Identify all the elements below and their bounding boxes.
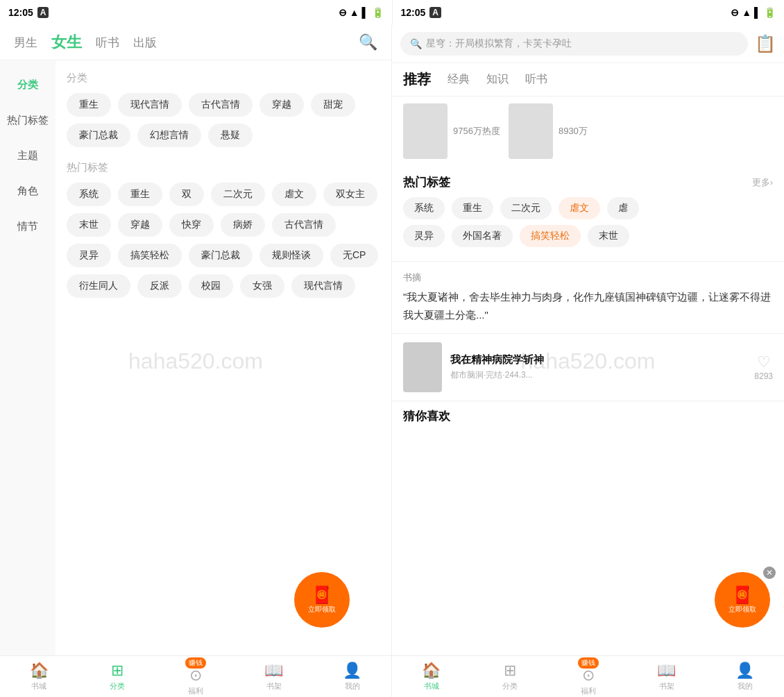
shelf-icon-left: 📖: [264, 662, 283, 680]
right-hot-tag-apocalypse[interactable]: 末世: [588, 225, 629, 247]
nav-item-male[interactable]: 男生: [14, 35, 37, 51]
hot-tags-header: 热门标签 更多›: [403, 174, 773, 190]
right-hot-tag-sad[interactable]: 虐文: [559, 197, 600, 219]
hot-tag-nocp[interactable]: 无CP: [330, 244, 378, 267]
left-sidebar: 分类 热门标签 主题 角色 情节: [0, 60, 56, 655]
hot-tag-funny[interactable]: 搞笑轻松: [118, 244, 182, 267]
bottom-nav-shelf-right[interactable]: 📖 书架: [627, 656, 706, 697]
sidebar-item-role[interactable]: 角色: [0, 174, 56, 209]
search-icon[interactable]: 🔍: [359, 33, 377, 51]
bottom-nav-bookstore-left[interactable]: 🏠 书城: [0, 656, 78, 697]
hot-tag-campus[interactable]: 校园: [189, 274, 233, 298]
bottom-nav-welfare-right[interactable]: 赚钱 ⊙ 福利: [549, 656, 627, 697]
nav-item-publish[interactable]: 出版: [133, 35, 157, 51]
tag-modern-romance[interactable]: 现代言情: [118, 93, 182, 117]
close-button-right[interactable]: ✕: [763, 566, 776, 579]
shelf-icon-right: 📖: [657, 662, 676, 680]
hot-tag-strong-female[interactable]: 女强: [240, 274, 284, 298]
quote-text: "我大夏诸神，舍去毕生神力与肉身，化作九座镇国神碑镇守边疆，让迷雾不得进我大夏疆…: [403, 288, 773, 324]
hot-tag-double[interactable]: 双: [169, 183, 204, 206]
welfare-label-left: 福利: [188, 686, 203, 696]
bookmark-icon[interactable]: 📋: [755, 34, 776, 53]
tab-classic[interactable]: 经典: [448, 72, 470, 87]
envelope-label-right: 立即领取: [728, 605, 756, 614]
book-meta: 都市脑洞·完结·244.3...: [450, 369, 746, 381]
tab-knowledge[interactable]: 知识: [486, 72, 509, 87]
main-panels: 男生 女生 听书 出版 🔍 分类 热门标签 主题 角色 情节 分类 重生 现代言…: [0, 25, 784, 697]
right-hot-tag-funny[interactable]: 搞笑轻松: [520, 225, 581, 247]
profile-icon-right: 👤: [735, 662, 754, 680]
bottom-nav-profile-left[interactable]: 👤 我的: [313, 656, 391, 697]
rec-book-2[interactable]: 8930万: [509, 103, 588, 159]
like-count: 8293: [754, 371, 773, 381]
hot-tag-villain[interactable]: 反派: [137, 274, 182, 298]
search-placeholder: 星穹：开局模拟繁育，卡芙卡孕吐: [426, 37, 572, 50]
profile-label-right: 我的: [738, 681, 753, 691]
tag-fantasy[interactable]: 幻想言情: [137, 124, 201, 147]
tag-ancient-romance[interactable]: 古代言情: [189, 93, 253, 117]
category-section-title: 分类: [67, 72, 380, 85]
sidebar-item-theme[interactable]: 主题: [0, 138, 56, 174]
hot-tag-double-female[interactable]: 双女主: [323, 183, 377, 206]
sidebar-item-hot-tags[interactable]: 热门标签: [0, 103, 56, 138]
hot-tag-2d[interactable]: 二次元: [211, 183, 265, 206]
tag-travel[interactable]: 穿越: [259, 93, 304, 117]
wifi-icon-r: ▲: [742, 7, 751, 18]
nav-item-audio[interactable]: 听书: [96, 35, 119, 51]
hot-tags-section: 热门标签 更多› 系统 重生 二次元 虐文 虐 灵异 外国名著 搞笑轻松 末世: [392, 166, 784, 262]
indicator-left: A: [37, 7, 49, 18]
hot-tag-rebirth[interactable]: 重生: [118, 183, 162, 206]
tag-rebirth[interactable]: 重生: [67, 93, 111, 117]
red-envelope-left[interactable]: 🧧 立即领取: [294, 572, 350, 628]
search-bar: 🔍 星穹：开局模拟繁育，卡芙卡孕吐 📋: [392, 25, 784, 63]
hot-tag-apocalypse[interactable]: 末世: [67, 213, 111, 237]
bottom-nav-category-right[interactable]: ⊞ 分类: [470, 656, 549, 697]
sidebar-item-category[interactable]: 分类: [0, 67, 56, 103]
right-hot-tag-foreign[interactable]: 外国名著: [452, 225, 513, 247]
battery-icon: 🔋: [372, 7, 384, 18]
bottom-nav-welfare-left[interactable]: 赚钱 ⊙ 福利: [157, 656, 235, 697]
bottom-nav-shelf-left[interactable]: 📖 书架: [235, 656, 313, 697]
book-card[interactable]: 我在精神病院学斩神 都市脑洞·完结·244.3... ♡ 8293: [392, 334, 784, 401]
book-like[interactable]: ♡ 8293: [754, 353, 773, 381]
nav-item-female[interactable]: 女生: [51, 32, 82, 53]
hot-tag-fanfic[interactable]: 衍生同人: [67, 274, 130, 298]
hot-tag-ancient[interactable]: 古代言情: [272, 213, 336, 237]
bottom-nav-bookstore-right[interactable]: 🏠 书城: [392, 656, 470, 697]
bottom-nav-right: 🏠 书城 ⊞ 分类 赚钱 ⊙ 福利 📖 书架 👤 我的: [392, 655, 784, 697]
bookstore-label-left: 书城: [31, 681, 46, 691]
envelope-icon-right: 🧧: [732, 585, 753, 605]
red-envelope-right[interactable]: ✕ 🧧 立即领取: [715, 572, 770, 628]
tag-wealthy[interactable]: 豪门总裁: [67, 124, 130, 147]
guess-title: 猜你喜欢: [403, 410, 450, 423]
tag-sweet[interactable]: 甜宠: [311, 93, 355, 117]
hot-tag-rules[interactable]: 规则怪谈: [259, 244, 323, 267]
tab-recommend[interactable]: 推荐: [403, 70, 431, 89]
right-panel: 🔍 星穹：开局模拟繁育，卡芙卡孕吐 📋 推荐 经典 知识 听书 9756万热度 …: [392, 25, 784, 697]
hot-tag-sad[interactable]: 虐文: [272, 183, 316, 206]
right-hot-tag-sad2[interactable]: 虐: [607, 197, 639, 219]
hot-tag-supernatural[interactable]: 灵异: [67, 244, 111, 267]
hot-tag-system[interactable]: 系统: [67, 183, 111, 206]
bottom-nav-profile-right[interactable]: 👤 我的: [706, 656, 784, 697]
search-icon-right: 🔍: [410, 38, 422, 49]
right-hot-tag-supernatural[interactable]: 灵异: [403, 225, 445, 247]
hot-tag-elite[interactable]: 豪门总裁: [189, 244, 253, 267]
hot-tag-modern[interactable]: 现代言情: [291, 274, 355, 298]
rec-book-1[interactable]: 9756万热度: [403, 103, 500, 159]
bookstore-icon-right: 🏠: [422, 662, 441, 680]
hot-tag-fast[interactable]: 快穿: [169, 213, 214, 237]
hot-tag-crossover[interactable]: 穿越: [118, 213, 162, 237]
right-hot-tag-system[interactable]: 系统: [403, 197, 445, 219]
tag-suspense[interactable]: 悬疑: [208, 124, 253, 147]
right-hot-tag-rebirth[interactable]: 重生: [452, 197, 493, 219]
hot-tags-more[interactable]: 更多›: [752, 176, 773, 189]
sidebar-item-plot[interactable]: 情节: [0, 209, 56, 244]
right-hot-tag-2d[interactable]: 二次元: [500, 197, 552, 219]
hot-tag-pampered[interactable]: 病娇: [221, 213, 265, 237]
time-right: 12:05: [401, 7, 426, 18]
hot-tag-section-title: 热门标签: [67, 161, 380, 174]
bottom-nav-category-left[interactable]: ⊞ 分类: [78, 656, 157, 697]
tab-audio[interactable]: 听书: [525, 72, 547, 87]
search-input-wrap[interactable]: 🔍 星穹：开局模拟繁育，卡芙卡孕吐: [400, 32, 748, 56]
